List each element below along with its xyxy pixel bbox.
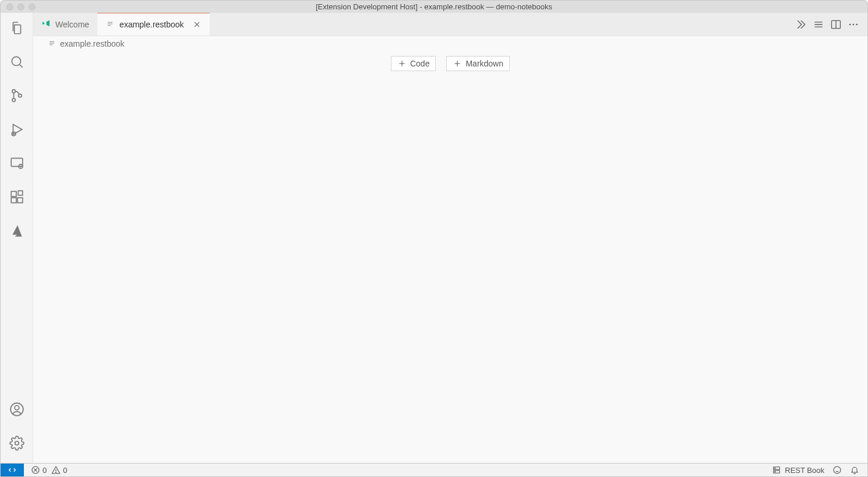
svg-point-17 bbox=[856, 23, 858, 25]
tab-label: example.restbook bbox=[119, 20, 184, 29]
split-editor-icon[interactable] bbox=[830, 19, 842, 30]
clear-outputs-icon[interactable] bbox=[813, 19, 824, 30]
svg-rect-10 bbox=[18, 191, 23, 195]
azure-icon[interactable] bbox=[9, 223, 25, 239]
run-all-icon[interactable] bbox=[795, 19, 807, 30]
warning-icon bbox=[51, 465, 61, 475]
vscode-logo-icon bbox=[41, 19, 51, 30]
svg-point-23 bbox=[775, 471, 775, 472]
plus-icon bbox=[397, 59, 407, 68]
feedback-icon bbox=[832, 465, 842, 475]
editor-area: Welcome example.restbook bbox=[33, 13, 867, 463]
tab-label: Welcome bbox=[55, 20, 89, 29]
source-control-icon[interactable] bbox=[9, 87, 25, 104]
svg-point-15 bbox=[849, 23, 851, 25]
svg-point-19 bbox=[56, 472, 57, 472]
plus-icon bbox=[453, 59, 462, 68]
status-errors[interactable]: 0 bbox=[31, 465, 47, 475]
file-icon bbox=[47, 38, 57, 50]
status-bell-icon[interactable] bbox=[850, 465, 859, 475]
add-cell-row: Code Markdown bbox=[33, 56, 867, 71]
add-code-cell-button[interactable]: Code bbox=[391, 56, 436, 71]
error-icon bbox=[31, 465, 40, 475]
titlebar: [Extension Development Host] - example.r… bbox=[0, 0, 868, 13]
editor-tabs: Welcome example.restbook bbox=[33, 13, 867, 36]
svg-rect-8 bbox=[11, 198, 16, 203]
run-debug-icon[interactable] bbox=[9, 121, 25, 138]
bell-icon bbox=[850, 465, 859, 475]
warnings-count: 0 bbox=[63, 466, 67, 475]
activity-bar bbox=[1, 13, 33, 463]
svg-rect-9 bbox=[17, 198, 23, 203]
remote-explorer-icon[interactable] bbox=[9, 155, 25, 171]
server-icon bbox=[772, 465, 781, 475]
tab-welcome[interactable]: Welcome bbox=[33, 13, 97, 36]
status-bar: 0 0 REST Book bbox=[0, 463, 868, 477]
svg-point-2 bbox=[12, 99, 15, 101]
svg-point-13 bbox=[15, 441, 19, 446]
more-icon[interactable] bbox=[848, 19, 859, 30]
accounts-icon[interactable] bbox=[9, 401, 25, 418]
svg-point-16 bbox=[853, 23, 855, 25]
file-icon bbox=[105, 19, 115, 30]
add-markdown-cell-button[interactable]: Markdown bbox=[446, 56, 510, 71]
svg-point-1 bbox=[12, 90, 15, 93]
notebook-content: Code Markdown bbox=[33, 51, 867, 463]
errors-count: 0 bbox=[43, 466, 47, 475]
status-warnings[interactable]: 0 bbox=[51, 465, 67, 475]
breadcrumb[interactable]: example.restbook bbox=[33, 36, 867, 51]
svg-rect-7 bbox=[11, 191, 16, 197]
svg-point-12 bbox=[15, 406, 19, 411]
svg-point-0 bbox=[12, 57, 20, 65]
add-markdown-label: Markdown bbox=[465, 59, 503, 68]
editor-actions bbox=[795, 13, 867, 36]
search-icon[interactable] bbox=[9, 54, 25, 70]
extensions-icon[interactable] bbox=[9, 189, 25, 205]
svg-point-22 bbox=[775, 468, 775, 468]
tab-example-restbook[interactable]: example.restbook bbox=[97, 12, 210, 36]
window-title: [Extension Development Host] - example.r… bbox=[1, 2, 867, 11]
svg-point-24 bbox=[834, 467, 841, 474]
remote-indicator[interactable] bbox=[1, 464, 24, 476]
breadcrumb-file: example.restbook bbox=[60, 39, 125, 48]
svg-rect-5 bbox=[11, 158, 23, 166]
add-code-label: Code bbox=[410, 59, 429, 68]
close-tab-icon[interactable] bbox=[192, 20, 202, 29]
svg-point-3 bbox=[18, 94, 21, 97]
svg-point-11 bbox=[10, 403, 23, 416]
settings-gear-icon[interactable] bbox=[9, 435, 25, 451]
kernel-label: REST Book bbox=[785, 466, 824, 475]
explorer-icon[interactable] bbox=[9, 20, 25, 36]
status-feedback-icon[interactable] bbox=[832, 465, 842, 475]
status-kernel[interactable]: REST Book bbox=[772, 465, 824, 475]
